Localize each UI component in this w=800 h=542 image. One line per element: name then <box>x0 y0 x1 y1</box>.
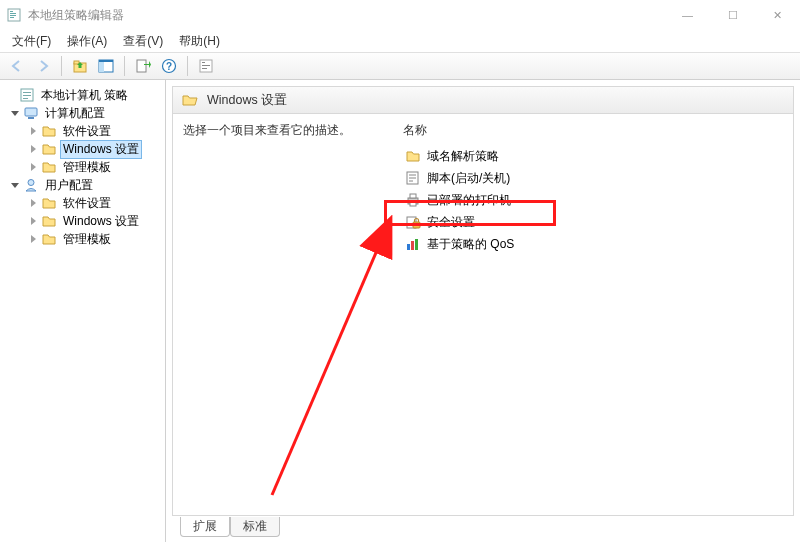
toolbar-separator <box>61 56 62 76</box>
menu-file[interactable]: 文件(F) <box>4 31 59 52</box>
svg-rect-6 <box>74 61 79 64</box>
list-item-dns-policy[interactable]: 域名解析策略 <box>403 145 783 167</box>
script-icon <box>405 170 421 186</box>
tree-label: 用户配置 <box>42 176 96 195</box>
expander-closed-icon[interactable] <box>28 198 40 208</box>
svg-rect-1 <box>10 11 13 12</box>
tree-u-software-settings[interactable]: 软件设置 <box>2 194 163 212</box>
list-item-label: 基于策略的 QoS <box>427 236 514 253</box>
expander-closed-icon[interactable] <box>28 162 40 172</box>
forward-button[interactable] <box>32 55 54 77</box>
svg-rect-3 <box>10 15 16 16</box>
qos-chart-icon <box>405 236 421 252</box>
back-button[interactable] <box>6 55 28 77</box>
tab-extended[interactable]: 扩展 <box>180 517 230 537</box>
help-button[interactable]: ? <box>158 55 180 77</box>
minimize-button[interactable]: — <box>665 0 710 30</box>
tree-user-config[interactable]: 用户配置 <box>2 176 163 194</box>
svg-rect-26 <box>410 194 416 198</box>
folder-icon <box>41 159 57 175</box>
content-pane: Windows 设置 选择一个项目来查看它的描述。 名称 域名解析策略 <box>166 80 800 542</box>
tree-label: 管理模板 <box>60 158 114 177</box>
list-pane[interactable]: 名称 域名解析策略 脚本(启动/关机) <box>403 122 783 511</box>
content-body: 选择一个项目来查看它的描述。 名称 域名解析策略 脚本(启动/关机) <box>172 114 794 516</box>
menu-bar: 文件(F) 操作(A) 查看(V) 帮助(H) <box>0 30 800 52</box>
body: 本地计算机 策略 计算机配置 软件设置 <box>0 80 800 542</box>
computer-icon <box>23 105 39 121</box>
bottom-tabs: 扩展 标准 <box>172 516 794 538</box>
toolbar-separator <box>187 56 188 76</box>
policy-icon <box>19 87 35 103</box>
show-hide-tree-button[interactable] <box>95 55 117 77</box>
svg-rect-32 <box>415 239 418 250</box>
tree-windows-settings[interactable]: Windows 设置 <box>2 140 163 158</box>
list-item-label: 脚本(启动/关机) <box>427 170 510 187</box>
description-text: 选择一个项目来查看它的描述。 <box>183 122 395 139</box>
tree-pane[interactable]: 本地计算机 策略 计算机配置 软件设置 <box>0 80 166 542</box>
svg-point-23 <box>28 180 34 186</box>
app-icon <box>6 7 22 23</box>
tree-software-settings[interactable]: 软件设置 <box>2 122 163 140</box>
svg-rect-21 <box>25 108 37 116</box>
svg-rect-30 <box>407 244 410 250</box>
export-list-button[interactable] <box>132 55 154 77</box>
list-item-qos[interactable]: 基于策略的 QoS <box>403 233 783 255</box>
tree-label: 软件设置 <box>60 194 114 213</box>
tree-label: 本地计算机 策略 <box>38 86 131 105</box>
expander-closed-icon[interactable] <box>28 144 40 154</box>
folder-icon <box>41 195 57 211</box>
tree-label: 管理模板 <box>60 230 114 249</box>
svg-rect-2 <box>10 13 16 14</box>
svg-rect-10 <box>137 60 146 72</box>
menu-view[interactable]: 查看(V) <box>115 31 171 52</box>
list-item-label: 域名解析策略 <box>427 148 499 165</box>
description-pane: 选择一个项目来查看它的描述。 <box>183 122 395 511</box>
svg-rect-16 <box>202 68 207 69</box>
tree-u-windows-settings[interactable]: Windows 设置 <box>2 212 163 230</box>
column-header-name[interactable]: 名称 <box>403 122 783 139</box>
tree-admin-templates[interactable]: 管理模板 <box>2 158 163 176</box>
menu-action[interactable]: 操作(A) <box>59 31 115 52</box>
menu-help[interactable]: 帮助(H) <box>171 31 228 52</box>
toolbar-separator <box>124 56 125 76</box>
svg-rect-22 <box>28 117 34 119</box>
title-bar: 本地组策略编辑器 — ☐ ✕ <box>0 0 800 30</box>
svg-rect-31 <box>411 241 414 250</box>
tree-label: Windows 设置 <box>60 212 142 231</box>
svg-rect-9 <box>99 60 113 62</box>
toolbar: ? <box>0 52 800 80</box>
user-icon <box>23 177 39 193</box>
svg-rect-4 <box>10 17 14 18</box>
folder-icon <box>41 123 57 139</box>
tree-root[interactable]: 本地计算机 策略 <box>2 86 163 104</box>
expander-open-icon[interactable] <box>10 108 22 118</box>
folder-icon <box>41 213 57 229</box>
expander-closed-icon[interactable] <box>28 234 40 244</box>
svg-rect-20 <box>23 98 28 99</box>
up-button[interactable] <box>69 55 91 77</box>
annotation-highlight-box <box>384 200 556 226</box>
svg-rect-19 <box>23 95 31 96</box>
close-button[interactable]: ✕ <box>755 0 800 30</box>
window-controls: — ☐ ✕ <box>665 0 800 30</box>
expander-closed-icon[interactable] <box>28 126 40 136</box>
tree-u-admin-templates[interactable]: 管理模板 <box>2 230 163 248</box>
tree-label: Windows 设置 <box>60 140 142 159</box>
maximize-button[interactable]: ☐ <box>710 0 755 30</box>
svg-rect-15 <box>202 65 210 66</box>
folder-icon <box>41 141 57 157</box>
tree-label: 计算机配置 <box>42 104 108 123</box>
filter-button[interactable] <box>195 55 217 77</box>
tree-computer-config[interactable]: 计算机配置 <box>2 104 163 122</box>
tab-standard[interactable]: 标准 <box>230 517 280 537</box>
content-header: Windows 设置 <box>172 86 794 114</box>
list-item-scripts[interactable]: 脚本(启动/关机) <box>403 167 783 189</box>
window-title: 本地组策略编辑器 <box>28 7 665 24</box>
expander-open-icon[interactable] <box>10 180 22 190</box>
svg-text:?: ? <box>166 61 172 72</box>
expander-closed-icon[interactable] <box>28 216 40 226</box>
svg-rect-14 <box>202 62 205 63</box>
folder-icon <box>41 231 57 247</box>
svg-rect-18 <box>23 92 31 93</box>
folder-icon <box>405 148 421 164</box>
